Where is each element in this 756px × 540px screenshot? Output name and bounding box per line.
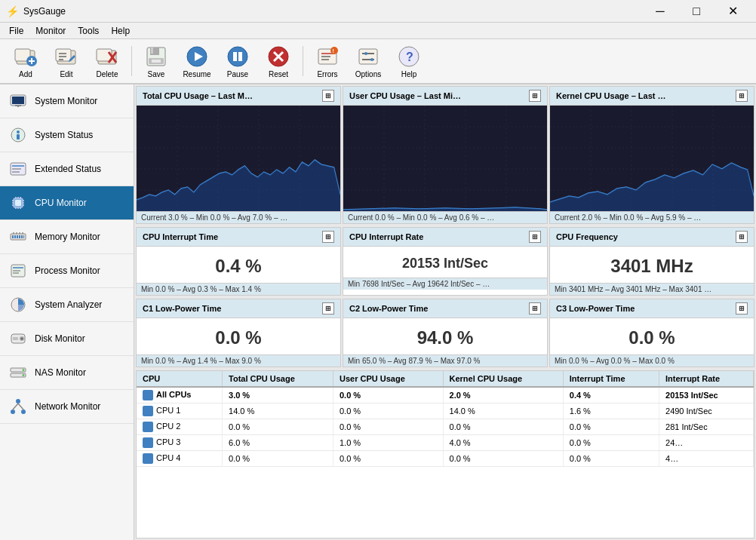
cpu-interrupt-rate-expand[interactable]: ⊞ [529,231,541,243]
maximize-button[interactable]: □ [679,0,714,23]
col-user-cpu-usage[interactable]: User CPU Usage [333,371,443,387]
sidebar-item-system-monitor[interactable]: System Monitor [0,84,134,118]
cpu-frequency-panel: CPU Frequency ⊞ 3401 MHz Min 3401 MHz – … [549,227,754,296]
col-interrupt-time[interactable]: Interrupt Time [563,371,659,387]
sidebar-item-extended-status[interactable]: Extended Status [0,152,134,186]
sidebar-item-disk-monitor[interactable]: Disk Monitor [0,322,134,356]
user-cpu-expand-button[interactable]: ⊞ [529,90,541,102]
cell-cpu: CPU 1 [137,403,223,419]
svg-text:?: ? [406,51,413,63]
sidebar-item-nas-monitor-label: NAS Monitor [35,367,86,378]
c1-low-power-expand[interactable]: ⊞ [322,302,334,314]
table-row[interactable]: CPU 4 0.0 % 0.0 % 0.0 % 0.0 % 4… [137,451,754,467]
svg-rect-23 [238,52,242,61]
svg-point-90 [23,374,25,376]
toolbar-sep-1 [131,46,132,76]
svg-rect-73 [23,235,24,238]
col-interrupt-rate[interactable]: Interrupt Rate [659,371,754,387]
c3-low-power-title: C3 Low-Power Time [556,304,635,313]
delete-button[interactable]: Delete [88,41,127,81]
svg-rect-54 [15,200,21,206]
reset-button[interactable]: Reset [259,41,298,81]
kernel-cpu-chart-title: Kernel CPU Usage – Last … [556,91,666,100]
cell-cpu: CPU 3 [137,435,223,451]
nas-monitor-icon [8,362,29,383]
sidebar-item-memory-monitor-label: Memory Monitor [35,232,100,242]
svg-rect-69 [14,235,16,238]
cell-interrupt-time: 0.0 % [563,451,659,467]
cpu-frequency-expand[interactable]: ⊞ [736,231,748,243]
save-button[interactable]: Save [137,41,176,81]
sidebar-item-disk-monitor-label: Disk Monitor [35,333,85,344]
c1-low-power-panel: C1 Low-Power Time ⊞ 0.0 % Min 0.0 % – Av… [136,299,341,367]
edit-button[interactable]: Edit [47,41,86,81]
edit-label: Edit [60,70,72,78]
sidebar-item-system-analyzer[interactable]: System Analyzer [0,288,134,322]
cpu-interrupt-time-header: CPU Interrupt Time ⊞ [137,228,340,247]
system-monitor-icon [8,91,29,112]
errors-button[interactable]: ! Errors [308,41,347,81]
menu-help[interactable]: Help [105,24,136,38]
svg-point-89 [23,369,25,371]
resume-button[interactable]: Resume [177,41,217,81]
content-area: Total CPU Usage – Last M… ⊞ [134,84,756,540]
memory-monitor-icon [8,226,29,247]
reset-label: Reset [269,70,288,78]
col-kernel-cpu-usage[interactable]: Kernel CPU Usage [443,371,563,387]
sidebar-item-network-monitor[interactable]: Network Monitor [0,390,134,424]
sidebar-item-memory-monitor[interactable]: Memory Monitor [0,220,134,254]
kernel-cpu-expand-button[interactable]: ⊞ [736,90,748,102]
svg-rect-33 [359,49,377,64]
c2-low-power-title: C2 Low-Power Time [349,304,428,313]
c1-low-power-header: C1 Low-Power Time ⊞ [137,299,340,318]
cell-user: 0.0 % [333,403,443,419]
kernel-cpu-chart-footer: Current 2.0 % – Min 0.0 % – Avg 5.9 % – … [550,211,754,223]
total-cpu-expand-button[interactable]: ⊞ [322,90,334,102]
col-cpu[interactable]: CPU [137,371,223,387]
add-button[interactable]: Add [6,41,45,81]
cell-user: 0.0 % [333,451,443,467]
help-button[interactable]: ? Help [389,41,429,81]
sidebar-item-system-status[interactable]: System Status [0,118,134,152]
cell-interrupt-time: 0.4 % [563,387,659,403]
user-cpu-chart-header: User CPU Usage – Last Mi… ⊞ [343,87,547,106]
sidebar-item-system-analyzer-label: System Analyzer [35,299,102,310]
options-button[interactable]: Options [349,41,388,81]
pause-button[interactable]: Pause [218,41,257,81]
cpu-interrupt-time-title: CPU Interrupt Time [143,232,218,241]
table-row[interactable]: All CPUs 3.0 % 0.0 % 2.0 % 0.4 % 20153 I… [137,387,754,403]
total-cpu-chart-footer: Current 3.0 % – Min 0.0 % – Avg 7.0 % – … [137,211,340,223]
svg-rect-11 [97,49,112,61]
add-label: Add [19,70,32,78]
cell-interrupt-rate: 20153 Int/Sec [659,387,754,403]
main-area: System Monitor System Status Extended St… [0,84,756,540]
table-row[interactable]: CPU 2 0.0 % 0.0 % 0.0 % 0.0 % 281 Int/Se… [137,419,754,435]
menu-tools[interactable]: Tools [72,24,105,38]
minimize-button[interactable]: ─ [643,0,678,23]
cpu-interrupt-time-panel: CPU Interrupt Time ⊞ 0.4 % Min 0.0 % – A… [136,227,341,296]
cpu-frequency-footer: Min 3401 MHz – Avg 3401 MHz – Max 3401 … [550,283,754,295]
cell-kernel: 14.0 % [443,403,563,419]
menu-file[interactable]: File [3,24,29,38]
c3-low-power-expand[interactable]: ⊞ [736,302,748,314]
disk-monitor-icon [8,328,29,349]
sidebar-item-nas-monitor[interactable]: NAS Monitor [0,356,134,390]
table-row[interactable]: CPU 3 6.0 % 1.0 % 4.0 % 0.0 % 24… [137,435,754,451]
menu-monitor[interactable]: Monitor [29,24,72,38]
svg-marker-104 [137,160,340,211]
cpu-interrupt-rate-footer: Min 7698 Int/Sec – Avg 19642 Int/Sec – … [343,278,547,290]
cell-interrupt-rate: 281 Int/Sec [659,419,754,435]
c1-low-power-title: C1 Low-Power Time [143,304,221,313]
sidebar-item-cpu-monitor[interactable]: CPU Monitor [0,186,134,220]
svg-point-85 [21,338,23,340]
pause-icon [226,44,250,69]
col-total-cpu-usage[interactable]: Total CPU Usage [223,371,333,387]
svg-rect-16 [151,48,153,54]
cpu-interrupt-rate-title: CPU Interrupt Rate [349,232,423,241]
cpu-interrupt-time-expand[interactable]: ⊞ [322,231,334,243]
close-button[interactable]: ✕ [715,0,750,23]
add-icon [14,44,38,69]
sidebar-item-process-monitor[interactable]: Process Monitor [0,254,134,288]
table-row[interactable]: CPU 1 14.0 % 0.0 % 14.0 % 1.6 % 2490 Int… [137,403,754,419]
c2-low-power-expand[interactable]: ⊞ [529,302,541,314]
